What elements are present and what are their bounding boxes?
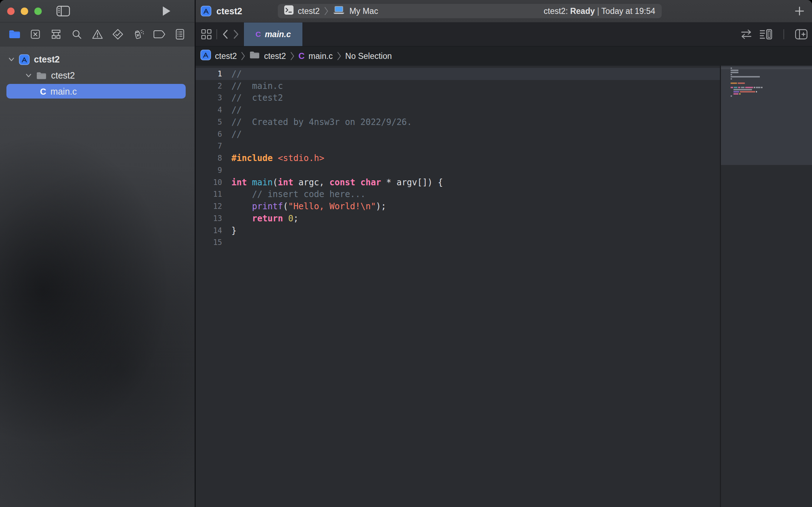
line-number[interactable]: 14 bbox=[196, 226, 222, 235]
tree-item-main-c[interactable]: Cmain.c bbox=[0, 84, 195, 100]
line-number[interactable]: 11 bbox=[196, 190, 222, 199]
line-number[interactable]: 5 bbox=[196, 118, 222, 126]
add-editor-icon[interactable] bbox=[795, 29, 808, 40]
line-content: return 0; bbox=[222, 214, 299, 224]
go-forward-icon[interactable] bbox=[232, 29, 240, 40]
breadcrumb-chevron-icon bbox=[290, 51, 295, 61]
code-line-11[interactable]: 11 // insert code here... bbox=[196, 189, 720, 201]
line-number[interactable]: 15 bbox=[196, 238, 222, 247]
minimap-segment bbox=[761, 87, 762, 88]
tree-item-label: main.c bbox=[50, 86, 77, 97]
editor-controls bbox=[740, 29, 812, 40]
line-number[interactable]: 1 bbox=[196, 70, 222, 78]
token-plain bbox=[231, 214, 252, 224]
code-line-9[interactable]: 9 bbox=[196, 164, 720, 176]
code-line-8[interactable]: 8#include <stdio.h> bbox=[196, 152, 720, 164]
code-line-10[interactable]: 10int main(int argc, const char * argv[]… bbox=[196, 176, 720, 189]
minimize-button[interactable] bbox=[21, 7, 28, 15]
token-kw: char bbox=[360, 177, 381, 187]
my-mac-laptop-icon bbox=[333, 6, 345, 16]
activity-status[interactable]: ctest2: Ready | Today at 19:54 bbox=[521, 0, 655, 26]
line-number[interactable]: 6 bbox=[196, 130, 222, 139]
line-number[interactable]: 12 bbox=[196, 202, 222, 211]
minimap-segment bbox=[745, 87, 753, 88]
scheme-selector[interactable]: ctest2 My Mac bbox=[284, 5, 378, 17]
code-line-3[interactable]: 3// ctest2 bbox=[196, 92, 720, 104]
tab-bar-separator bbox=[216, 29, 217, 39]
symbol-navigator-icon[interactable] bbox=[46, 26, 66, 42]
breadcrumb-label: ctest2 bbox=[215, 51, 237, 61]
library-add-button[interactable] bbox=[794, 6, 805, 16]
tree-item-ctest2[interactable]: ctest2 bbox=[0, 67, 195, 84]
project-navigator-folder-icon[interactable] bbox=[5, 26, 24, 42]
tab-main-c[interactable]: C main.c bbox=[244, 22, 303, 46]
minimap-line-11 bbox=[733, 89, 752, 90]
minimap-line-14 bbox=[731, 95, 732, 97]
code-line-15[interactable]: 15 bbox=[196, 237, 720, 249]
minimap-segment bbox=[740, 91, 755, 92]
breakpoint-navigator-icon[interactable] bbox=[150, 26, 169, 42]
line-number[interactable]: 2 bbox=[196, 82, 222, 90]
minimap-segment bbox=[738, 87, 740, 88]
code-line-5[interactable]: 5// Created by 4nsw3r on 2022/9/26. bbox=[196, 116, 720, 128]
minimap-segment bbox=[734, 87, 737, 88]
line-content: // bbox=[222, 129, 242, 139]
tree-item-label: ctest2 bbox=[34, 54, 60, 65]
zoom-button[interactable] bbox=[34, 7, 42, 15]
traffic-lights bbox=[7, 7, 42, 15]
breadcrumb-no-selection[interactable]: No Selection bbox=[345, 51, 392, 61]
token-comment: // Created by 4nsw3r on 2022/9/26. bbox=[231, 117, 412, 127]
go-back-icon[interactable] bbox=[221, 29, 229, 40]
line-number[interactable]: 13 bbox=[196, 214, 222, 223]
find-navigator-icon[interactable] bbox=[67, 26, 86, 42]
test-navigator-icon[interactable] bbox=[108, 26, 127, 42]
code-line-6[interactable]: 6// bbox=[196, 128, 720, 140]
source-control-navigator-icon[interactable] bbox=[26, 26, 45, 42]
code-line-13[interactable]: 13 return 0; bbox=[196, 212, 720, 225]
editor-layout-grid-icon[interactable] bbox=[201, 29, 212, 40]
debug-navigator-icon[interactable] bbox=[129, 26, 148, 42]
line-number[interactable]: 7 bbox=[196, 142, 222, 150]
token-plain: ); bbox=[376, 201, 386, 211]
tree-item-ctest2[interactable]: ctest2 bbox=[0, 51, 195, 67]
code-line-4[interactable]: 4// bbox=[196, 104, 720, 116]
report-navigator-icon[interactable] bbox=[170, 26, 190, 42]
line-content: #include <stdio.h> bbox=[222, 153, 324, 163]
code-review-icon[interactable] bbox=[740, 29, 753, 39]
disclosure-chevron-icon[interactable] bbox=[9, 57, 14, 62]
code-line-7[interactable]: 7 bbox=[196, 140, 720, 152]
minimap-line-3 bbox=[731, 72, 738, 73]
toggle-sidebar-icon[interactable] bbox=[56, 6, 70, 16]
code-line-12[interactable]: 12 printf("Hello, World!\n"); bbox=[196, 200, 720, 212]
line-content: printf("Hello, World!\n"); bbox=[222, 201, 386, 211]
minimap-segment bbox=[731, 78, 732, 80]
minimap[interactable] bbox=[721, 66, 812, 507]
line-number[interactable]: 8 bbox=[196, 154, 222, 162]
editor-options-icon[interactable] bbox=[759, 29, 773, 40]
issue-navigator-icon[interactable] bbox=[88, 26, 107, 42]
chevron-right-icon bbox=[324, 6, 329, 16]
scheme-name[interactable]: ctest2 bbox=[298, 6, 320, 16]
line-number[interactable]: 3 bbox=[196, 94, 222, 102]
breadcrumb-ctest2[interactable]: ctest2 bbox=[200, 50, 237, 62]
line-number[interactable]: 9 bbox=[196, 166, 222, 175]
minimap-segment bbox=[731, 95, 732, 97]
breadcrumb-ctest2[interactable]: ctest2 bbox=[249, 51, 286, 61]
code-area[interactable]: 1//2// main.c3// ctest24//5// Created by… bbox=[196, 68, 720, 249]
disclosure-chevron-icon[interactable] bbox=[26, 74, 31, 78]
minimap-segment bbox=[731, 76, 760, 77]
activity-scheme-bar[interactable]: ctest2 My Mac ctest2: Ready | Today at 1… bbox=[278, 4, 662, 18]
run-destination[interactable]: My Mac bbox=[349, 6, 378, 16]
token-comment: // insert code here... bbox=[231, 189, 366, 199]
code-line-2[interactable]: 2// main.c bbox=[196, 80, 720, 92]
line-number[interactable]: 10 bbox=[196, 178, 222, 187]
token-plain bbox=[247, 177, 252, 187]
line-number[interactable]: 4 bbox=[196, 106, 222, 114]
code-line-1[interactable]: 1// bbox=[196, 68, 720, 80]
run-play-button[interactable] bbox=[162, 6, 171, 16]
minimap-line-2 bbox=[731, 70, 738, 71]
breadcrumb-main-c[interactable]: Cmain.c bbox=[299, 51, 333, 61]
code-line-14[interactable]: 14} bbox=[196, 225, 720, 237]
source-editor[interactable]: 1//2// main.c3// ctest24//5// Created by… bbox=[196, 66, 812, 507]
close-button[interactable] bbox=[7, 7, 15, 15]
